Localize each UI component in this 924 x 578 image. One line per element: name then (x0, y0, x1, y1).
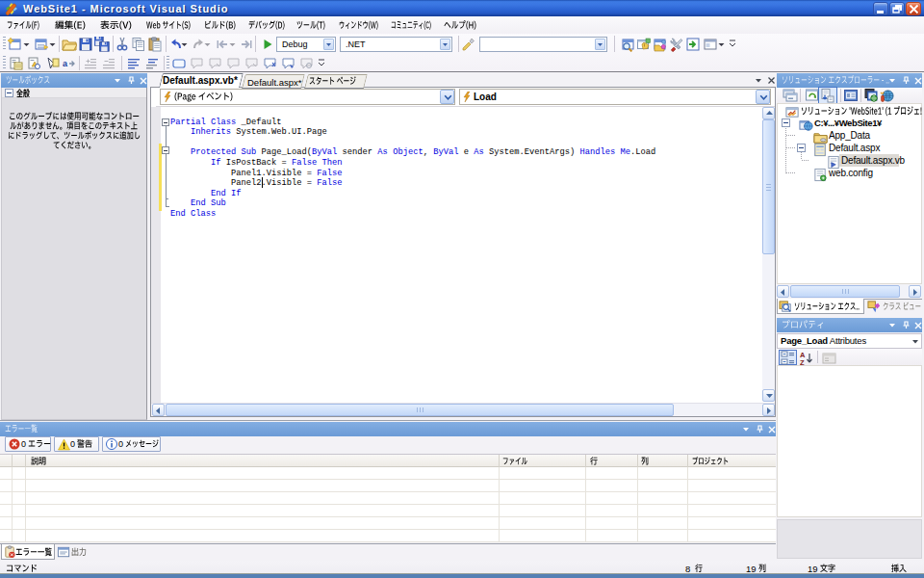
svg-text:a: a (63, 59, 68, 68)
